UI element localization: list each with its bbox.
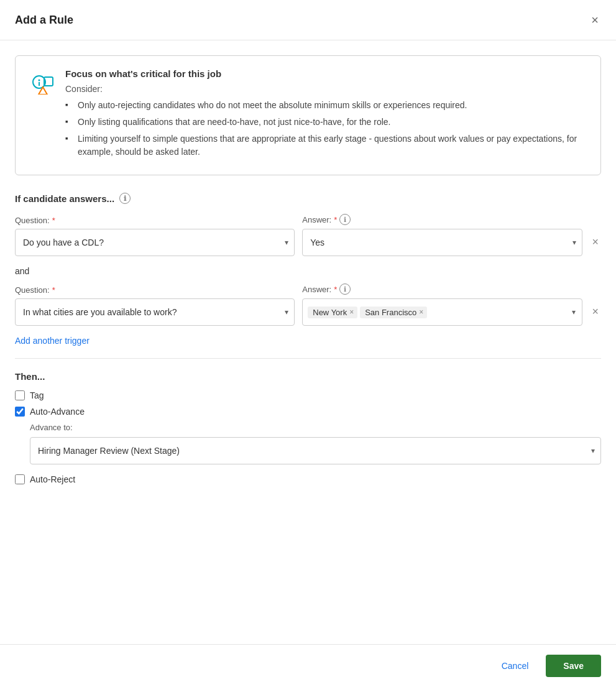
answer-select-1[interactable]: Yes bbox=[302, 229, 582, 256]
tag-chip-new-york: New York × bbox=[308, 307, 357, 318]
trigger-row-2: Question: * In what cities are you avail… bbox=[15, 284, 601, 326]
remove-san-francisco-button[interactable]: × bbox=[419, 308, 423, 316]
add-rule-modal: Add a Rule × Focus on what's critical fo… bbox=[0, 0, 616, 687]
remove-row-2-button[interactable]: × bbox=[590, 303, 602, 325]
tag-checkbox-row: Tag bbox=[15, 390, 601, 400]
tag-label[interactable]: Tag bbox=[30, 390, 44, 400]
answer-label-1: Answer: * ℹ bbox=[302, 214, 582, 225]
auto-reject-label[interactable]: Auto-Reject bbox=[30, 474, 75, 484]
question-select-1[interactable]: Do you have a CDL? bbox=[15, 229, 295, 256]
advance-to-select[interactable]: Hiring Manager Review (Next Stage) Phone… bbox=[30, 437, 601, 464]
info-box: Focus on what's critical for this job Co… bbox=[15, 55, 601, 175]
answer-field-2: Answer: * ℹ New York × San Francisco × ▾ bbox=[302, 284, 582, 326]
answer-info-icon-1[interactable]: ℹ bbox=[339, 214, 351, 225]
svg-point-3 bbox=[39, 80, 40, 81]
remove-row-1-button[interactable]: × bbox=[590, 233, 602, 255]
then-section: Then... Tag Auto-Advance Advance to: Hir… bbox=[15, 371, 601, 484]
info-box-consider: Consider: bbox=[65, 84, 586, 94]
list-item: Only listing qualifications that are nee… bbox=[65, 116, 586, 129]
triggers-section-label: If candidate answers... ℹ bbox=[15, 193, 601, 204]
modal-footer: Cancel Save bbox=[0, 644, 616, 687]
answer-chevron-2: ▾ bbox=[572, 308, 576, 316]
list-item: Limiting yourself to simple questions th… bbox=[65, 132, 586, 159]
answer-label-2: Answer: * ℹ bbox=[302, 284, 582, 295]
add-trigger-button[interactable]: Add another trigger bbox=[15, 336, 90, 346]
auto-reject-checkbox-row: Auto-Reject bbox=[15, 474, 601, 484]
answer-multi-select-2[interactable]: New York × San Francisco × ▾ bbox=[302, 298, 582, 326]
then-label: Then... bbox=[15, 371, 601, 382]
tag-checkbox[interactable] bbox=[15, 390, 25, 400]
triggers-info-icon[interactable]: ℹ bbox=[119, 193, 131, 204]
remove-new-york-button[interactable]: × bbox=[349, 308, 354, 316]
required-star-ans-1: * bbox=[334, 215, 337, 224]
auto-advance-label[interactable]: Auto-Advance bbox=[30, 407, 85, 417]
advance-to-label: Advance to: bbox=[30, 423, 601, 432]
required-star-2: * bbox=[52, 285, 55, 295]
section-divider bbox=[15, 358, 601, 359]
required-star-1: * bbox=[52, 216, 55, 225]
question-select-wrapper-2: In what cities are you available to work… bbox=[15, 298, 295, 326]
modal-header: Add a Rule × bbox=[0, 0, 616, 40]
save-button[interactable]: Save bbox=[546, 655, 601, 677]
answer-select-wrapper-1: Yes ▾ bbox=[302, 229, 582, 256]
question-select-wrapper-1: Do you have a CDL? ▾ bbox=[15, 229, 295, 256]
auto-advance-checkbox[interactable] bbox=[15, 407, 25, 417]
cancel-button[interactable]: Cancel bbox=[492, 656, 539, 676]
auto-reject-checkbox[interactable] bbox=[15, 474, 25, 484]
info-box-icon bbox=[30, 70, 55, 96]
advance-to-select-wrapper: Hiring Manager Review (Next Stage) Phone… bbox=[30, 437, 601, 464]
trigger-row-1: Question: * Do you have a CDL? ▾ Answer:… bbox=[15, 214, 601, 256]
tag-chip-san-francisco: San Francisco × bbox=[360, 307, 427, 318]
required-star-ans-2: * bbox=[334, 285, 337, 294]
and-label: and bbox=[15, 266, 601, 276]
question-select-2[interactable]: In what cities are you available to work… bbox=[15, 298, 295, 326]
question-label-2: Question: * bbox=[15, 285, 295, 295]
close-button[interactable]: × bbox=[589, 11, 601, 29]
info-box-content: Focus on what's critical for this job Co… bbox=[65, 68, 586, 162]
question-label-1: Question: * bbox=[15, 216, 295, 225]
modal-body: Focus on what's critical for this job Co… bbox=[0, 40, 616, 644]
info-box-list: Only auto-rejecting candidates who do no… bbox=[65, 99, 586, 159]
list-item: Only auto-rejecting candidates who do no… bbox=[65, 99, 586, 112]
modal-title: Add a Rule bbox=[15, 14, 73, 27]
question-field-1: Question: * Do you have a CDL? ▾ bbox=[15, 216, 295, 256]
auto-advance-checkbox-row: Auto-Advance bbox=[15, 407, 601, 417]
info-box-title: Focus on what's critical for this job bbox=[65, 68, 586, 79]
question-field-2: Question: * In what cities are you avail… bbox=[15, 285, 295, 326]
answer-field-1: Answer: * ℹ Yes ▾ bbox=[302, 214, 582, 256]
answer-info-icon-2[interactable]: ℹ bbox=[339, 284, 351, 295]
